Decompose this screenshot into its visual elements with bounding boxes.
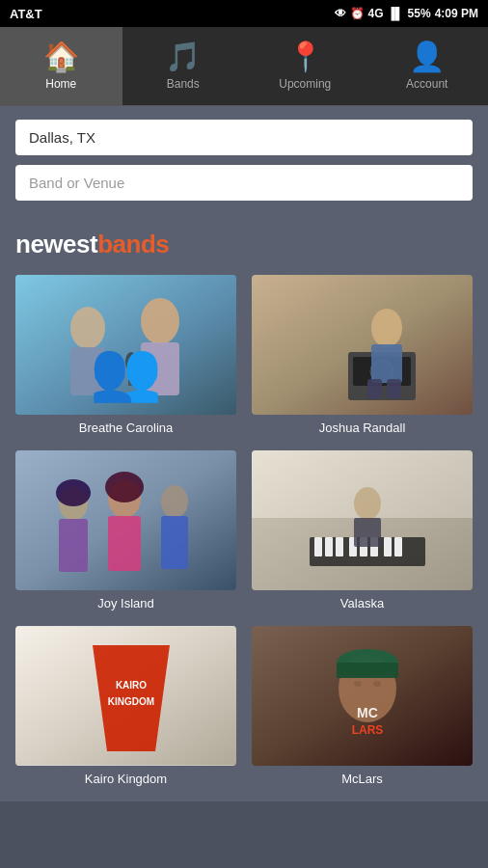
band-name-mclars: McLars	[341, 772, 383, 786]
nav-item-upcoming[interactable]: 📍 Upcoming	[244, 27, 366, 105]
svg-rect-13	[371, 344, 402, 383]
time-label: 4:09 PM	[435, 7, 478, 20]
svg-rect-20	[108, 516, 141, 571]
svg-rect-15	[387, 379, 401, 398]
svg-rect-38	[354, 518, 381, 547]
band-name-joy-island: Joy Island	[97, 596, 154, 610]
svg-rect-18	[59, 519, 88, 572]
eye-icon: 👁	[335, 7, 346, 20]
location-input[interactable]	[15, 120, 473, 155]
nav-bar: 🏠 Home 🎵 Bands 📍 Upcoming 👤 Account	[0, 27, 488, 106]
svg-text:KINGDOM: KINGDOM	[108, 696, 154, 707]
svg-rect-49	[337, 663, 398, 678]
nav-home-label: Home	[45, 77, 76, 91]
band-image-mclars: MC LARS	[252, 626, 473, 766]
svg-rect-4	[141, 342, 179, 395]
band-card-joshua-randall[interactable]: Joshua Randall	[252, 275, 473, 435]
svg-rect-22	[161, 516, 188, 569]
svg-rect-36	[394, 537, 402, 556]
svg-point-12	[371, 309, 402, 347]
band-name-joshua-randall: Joshua Randall	[319, 420, 406, 435]
band-card-mclars[interactable]: MC LARS McLars	[252, 626, 473, 786]
svg-point-3	[141, 298, 179, 344]
svg-rect-14	[367, 379, 382, 398]
nav-upcoming-label: Upcoming	[279, 77, 331, 91]
carrier-label: AT&T	[10, 7, 42, 21]
battery-label: 55%	[408, 7, 431, 20]
nav-item-account[interactable]: 👤 Account	[366, 27, 489, 105]
svg-point-53	[373, 681, 381, 687]
band-image-joy-island	[15, 450, 236, 590]
search-area	[0, 106, 488, 214]
band-name-valaska: Valaska	[340, 596, 384, 610]
band-card-valaska[interactable]: Valaska	[252, 450, 473, 610]
band-image-valaska	[252, 450, 473, 590]
svg-text:MC: MC	[357, 705, 378, 720]
newest-bands-logo: newestbands	[15, 230, 473, 259]
band-image-kairo-kingdom: KAIRO KINGDOM	[15, 626, 236, 766]
svg-point-52	[354, 681, 362, 687]
home-icon: 🏠	[43, 42, 79, 71]
band-card-joy-island[interactable]: Joy Island	[15, 450, 236, 610]
svg-rect-31	[336, 537, 343, 556]
svg-rect-29	[314, 537, 322, 556]
band-name-kairo-kingdom: Kairo Kingdom	[85, 772, 167, 786]
nav-item-home[interactable]: 🏠 Home	[0, 27, 122, 105]
svg-text:KAIRO: KAIRO	[116, 680, 147, 691]
alarm-icon: ⏰	[350, 7, 365, 20]
band-image-joshua-randall	[252, 275, 473, 415]
nav-bands-label: Bands	[167, 77, 200, 91]
status-bar: AT&T 👁 ⏰ 4G ▐▌ 55% 4:09 PM	[0, 0, 488, 27]
svg-point-37	[354, 487, 381, 520]
svg-point-1	[70, 307, 105, 349]
network-bars-icon: ▐▌	[388, 7, 404, 20]
svg-rect-30	[325, 537, 333, 556]
logo-text-newest: newest	[15, 230, 97, 258]
location-icon: 📍	[287, 42, 323, 71]
svg-rect-6	[128, 371, 134, 386]
svg-rect-35	[384, 537, 392, 556]
band-grid: Breathe Carolina	[15, 275, 473, 786]
svg-point-24	[105, 472, 144, 502]
band-image-breathe-carolina	[15, 275, 236, 415]
svg-point-23	[56, 479, 91, 506]
logo-text-bands: bands	[97, 230, 169, 258]
bands-section: newestbands	[0, 214, 488, 801]
person-icon: 👤	[409, 42, 445, 71]
nav-account-label: Account	[406, 77, 447, 91]
band-card-kairo-kingdom[interactable]: KAIRO KINGDOM Kairo Kingdom	[15, 626, 236, 786]
svg-point-5	[125, 352, 137, 371]
svg-rect-2	[70, 347, 105, 395]
svg-rect-0	[15, 275, 236, 415]
venue-input[interactable]	[15, 165, 473, 201]
svg-point-21	[161, 485, 188, 518]
signal-icon: 4G	[368, 7, 384, 20]
status-icons: 👁 ⏰ 4G ▐▌ 55% 4:09 PM	[335, 7, 478, 20]
nav-item-bands[interactable]: 🎵 Bands	[122, 27, 245, 105]
band-card-breathe-carolina[interactable]: Breathe Carolina	[15, 275, 236, 435]
band-name-breathe-carolina: Breathe Carolina	[79, 420, 174, 435]
music-icon: 🎵	[165, 42, 201, 71]
svg-text:LARS: LARS	[352, 723, 384, 737]
